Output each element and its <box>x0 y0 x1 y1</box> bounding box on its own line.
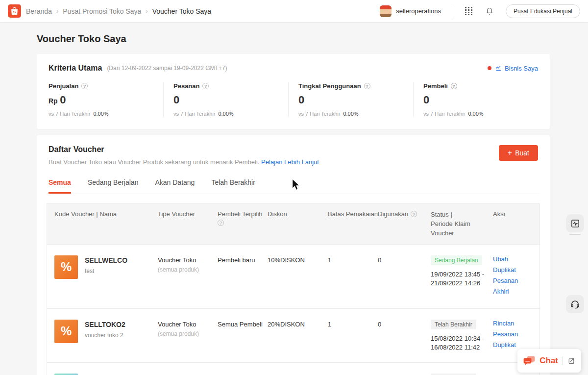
daftar-voucher-card: Daftar Voucher Buat Voucher Toko atau Vo… <box>37 135 550 375</box>
activity-icon <box>570 219 580 228</box>
voucher-used: 0 <box>378 320 431 328</box>
claim-period: 19/09/2022 13:45 - 21/09/2022 14:26 <box>431 270 493 289</box>
chat-label: Chat <box>539 356 558 366</box>
header-kode-voucher: Kode Voucher | Nama <box>54 210 158 218</box>
help-icon[interactable]: ? <box>364 83 370 89</box>
apps-grid-icon[interactable] <box>463 5 474 17</box>
activity-monitor-button[interactable] <box>566 214 584 232</box>
voucher-buyer: Pembeli baru <box>218 255 268 264</box>
username[interactable]: selleroperations <box>396 7 441 15</box>
support-headset-button[interactable] <box>566 295 584 313</box>
tab-telah-berakhir[interactable]: Telah Berakhir <box>211 175 255 194</box>
pusat-edukasi-penjual-button[interactable]: Pusat Edukasi Penjual <box>506 4 580 18</box>
voucher-discount: 10%DISKON <box>268 255 328 264</box>
daftar-voucher-title: Daftar Voucher <box>49 145 319 154</box>
action-ubah[interactable]: Ubah <box>493 255 532 263</box>
page-title: Voucher Toko Saya <box>37 33 588 45</box>
voucher-buyer: Semua Pembeli <box>218 320 268 328</box>
help-icon[interactable]: ? <box>451 83 457 89</box>
divider <box>452 6 452 17</box>
line-chart-icon <box>495 65 502 72</box>
metric-pesanan: Pesanan? 0 vs 7 Hari Terakhir0.00% <box>163 82 288 117</box>
kriteria-utama-card: Kriteria Utama (Dari 12-09-2022 sampai 1… <box>37 54 550 129</box>
tab-sedang-berjalan[interactable]: Sedang Berjalan <box>88 175 139 194</box>
action-pesanan[interactable]: Pesanan <box>493 330 532 338</box>
voucher-type-sub: (semua produk) <box>158 266 218 273</box>
tab-semua[interactable]: Semua <box>49 175 71 194</box>
help-icon[interactable]: ? <box>202 83 209 89</box>
breadcrumb-item-beranda[interactable]: Beranda <box>26 7 52 15</box>
shopee-logo-icon[interactable]: S <box>8 4 21 18</box>
voucher-percent-icon: % <box>54 320 78 343</box>
popout-icon[interactable] <box>567 357 575 365</box>
voucher-percent-icon: % <box>54 255 78 279</box>
chat-bubble-icon <box>523 355 535 366</box>
header-pembeli-terpilih: Pembeli Terpilih? <box>218 210 268 226</box>
pelajari-lebih-lanjut-link[interactable]: Pelajari Lebih Lanjut <box>261 158 319 166</box>
kriteria-date-range: (Dari 12-09-2022 sampai 19-09-2022 GMT+7… <box>107 65 227 72</box>
plus-icon: + <box>508 149 512 157</box>
kriteria-utama-title: Kriteria Utama <box>49 64 102 73</box>
status-badge: Telah Berakhir <box>431 320 476 329</box>
voucher-type: Voucher Toko <box>158 320 218 328</box>
daftar-voucher-subtitle: Buat Voucher Toko atau Voucher Produk se… <box>49 158 319 166</box>
voucher-type: Voucher Toko <box>158 255 218 264</box>
header-status-periode: Status | Periode Klaim Voucher <box>431 210 493 238</box>
recording-dot <box>488 66 491 70</box>
metric-tingkat-penggunaan: Tingkat Penggunaan? 0 vs 7 Hari Terakhir… <box>288 82 413 117</box>
breadcrumb-item-current: Voucher Toko Saya <box>152 7 211 15</box>
action-duplikat[interactable]: Duplikat <box>493 266 532 274</box>
help-icon[interactable]: ? <box>411 211 417 217</box>
status-badge: Sedang Berjalan <box>431 255 482 265</box>
headset-icon <box>570 299 580 309</box>
breadcrumb-item-pusat-promosi[interactable]: Pusat Promosi Toko Saya <box>63 7 141 15</box>
notification-bell-icon[interactable] <box>483 4 496 18</box>
voucher-name: test <box>85 268 127 275</box>
top-navigation-bar: S Beranda › Pusat Promosi Toko Saya › Vo… <box>0 0 588 22</box>
voucher-type-sub: (semua produk) <box>158 330 218 337</box>
table-header-row: Kode Voucher | Nama Tipe Voucher Pembeli… <box>47 203 539 244</box>
tab-akan-datang[interactable]: Akan Datang <box>155 175 195 194</box>
divider <box>563 356 563 365</box>
chat-widget[interactable]: Chat <box>517 349 581 373</box>
metrics-row: Penjualan? Rp 0 vs 7 Hari Terakhir0.00% … <box>49 82 538 117</box>
bisnis-saya-link[interactable]: Bisnis Saya <box>495 65 538 72</box>
voucher-table: Kode Voucher | Nama Tipe Voucher Pembeli… <box>47 203 540 375</box>
buat-voucher-button[interactable]: + Buat <box>499 145 538 161</box>
page-content: Voucher Toko Saya Kriteria Utama (Dari 1… <box>0 22 588 375</box>
metric-pembeli: Pembeli? 0 vs 7 Hari Terakhir0.00% <box>413 82 538 117</box>
voucher-code: SELLTOKO2 <box>85 320 125 328</box>
voucher-used: 0 <box>378 255 431 264</box>
voucher-limit: 1 <box>328 320 378 328</box>
voucher-tabs: Semua Sedang Berjalan Akan Datang Telah … <box>47 175 540 194</box>
header-digunakan: Digunakan? <box>378 210 431 218</box>
table-row: $ SELLVTOKO voucher toko Voucher Toko (s… <box>47 362 539 375</box>
action-akhiri[interactable]: Akhiri <box>493 288 532 295</box>
help-icon[interactable]: ? <box>81 83 88 89</box>
table-row: % SELLWELCO test Voucher Toko (semua pro… <box>47 244 539 308</box>
header-batas-pemakaian: Batas Pemakaian <box>328 210 378 218</box>
action-pesanan[interactable]: Pesanan <box>493 277 532 284</box>
table-row: % SELLTOKO2 voucher toko 2 Voucher Toko … <box>47 308 539 363</box>
voucher-name: voucher toko 2 <box>85 332 125 339</box>
breadcrumb-separator: › <box>56 7 58 15</box>
claim-period: 15/08/2022 10:34 - 16/08/2022 11:42 <box>431 334 493 353</box>
header-aksi: Aksi <box>493 210 532 218</box>
metric-penjualan: Penjualan? Rp 0 vs 7 Hari Terakhir0.00% <box>49 82 163 117</box>
voucher-discount: 20%DISKON <box>268 320 328 328</box>
svg-text:S: S <box>13 10 16 14</box>
action-duplikat[interactable]: Duplikat <box>493 341 532 349</box>
avatar[interactable] <box>380 5 392 17</box>
breadcrumb-separator: › <box>146 7 147 15</box>
action-rincian[interactable]: Rincian <box>493 320 532 327</box>
voucher-limit: 1 <box>328 255 378 264</box>
header-diskon: Diskon <box>268 210 328 218</box>
help-icon[interactable]: ? <box>218 220 224 226</box>
drag-handle[interactable] <box>569 234 581 235</box>
header-tipe-voucher: Tipe Voucher <box>158 210 218 218</box>
voucher-code: SELLWELCO <box>85 255 127 264</box>
